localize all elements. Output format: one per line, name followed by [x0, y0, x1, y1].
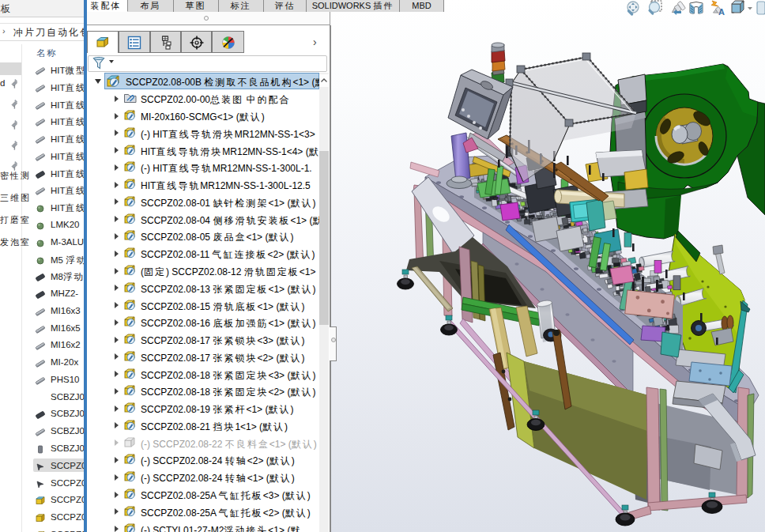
svg-text:A: A — [718, 7, 725, 17]
